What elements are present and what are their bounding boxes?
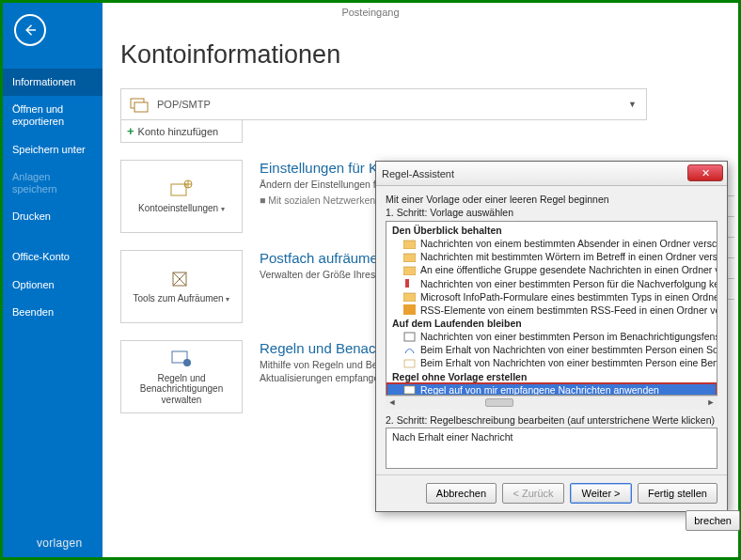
svg-rect-8 <box>403 254 416 262</box>
svg-rect-13 <box>404 360 415 367</box>
settings-icon <box>169 179 194 199</box>
back-button-dlg: < Zurück <box>502 483 564 504</box>
app-window: Posteingang Informationen Öffnen und exp… <box>0 0 741 560</box>
tile-regeln[interactable]: Regeln und Benachrichtigungen verwalten <box>120 340 243 413</box>
svg-rect-9 <box>403 267 416 275</box>
svg-rect-10 <box>403 293 416 302</box>
cancel-button[interactable]: Abbrechen <box>426 483 497 504</box>
sidebar-nav: Informationen Öffnen und exportieren Spe… <box>3 69 102 326</box>
list-item[interactable]: Beim Erhalt von Nachrichten von einer be… <box>386 356 717 369</box>
finish-button[interactable]: Fertig stellen <box>638 483 717 504</box>
add-account-button[interactable]: + Konto hinzufügen <box>120 120 243 143</box>
rule-description-text: Nach Erhalt einer Nachricht <box>392 431 512 443</box>
list-item[interactable]: RSS-Elemente von einem bestimmten RSS-Fe… <box>386 303 717 317</box>
sidebar-item-drucken[interactable]: Drucken <box>3 203 102 230</box>
list-item[interactable]: Nachrichten von einem bestimmten Absende… <box>386 237 717 250</box>
chevron-down-icon: ▼ <box>628 100 637 109</box>
dialog-title: Regel-Assistent <box>382 168 454 179</box>
svg-rect-2 <box>171 184 186 195</box>
sidebar-item-beenden[interactable]: Beenden <box>3 299 102 326</box>
scroll-right-icon[interactable]: ► <box>705 397 717 408</box>
partial-button[interactable]: brechen <box>686 510 740 531</box>
sidebar-item-informationen[interactable]: Informationen <box>3 69 102 96</box>
chevron-down-icon: ▾ <box>221 205 225 213</box>
svg-rect-11 <box>403 304 416 315</box>
list-item-selected[interactable]: Regel auf von mir empfangene Nachrichten… <box>386 383 717 396</box>
dialog-intro: Mit einer Vorlage oder einer leeren Rege… <box>386 194 717 205</box>
list-item[interactable]: Nachrichten von einer bestimmten Person … <box>386 330 717 343</box>
svg-rect-7 <box>403 241 416 249</box>
sidebar-item-anlagen: Anlagen speichern <box>3 163 102 203</box>
list-item[interactable]: An eine öffentliche Gruppe gesendete Nac… <box>386 263 717 276</box>
svg-rect-12 <box>404 333 415 341</box>
close-icon: ✕ <box>702 167 710 179</box>
rules-icon <box>169 349 194 369</box>
dialog-step2: 2. Schritt: Regelbeschreibung bearbeiten… <box>386 414 717 426</box>
scroll-thumb[interactable] <box>485 398 513 407</box>
sidebar-item-oeffnen[interactable]: Öffnen und exportieren <box>3 96 102 135</box>
dialog-button-row: Abbrechen < Zurück Weiter > Fertig stell… <box>376 474 727 511</box>
svg-point-6 <box>183 359 191 366</box>
dialog-body: Mit einer Vorlage oder einer leeren Rege… <box>376 186 727 474</box>
arrow-left-icon <box>22 22 39 39</box>
svg-rect-1 <box>134 102 148 112</box>
sidebar: Informationen Öffnen und exportieren Spe… <box>3 3 102 557</box>
horizontal-scrollbar[interactable]: ◄ ► <box>386 396 717 409</box>
close-button[interactable]: ✕ <box>687 164 723 181</box>
chevron-down-icon: ▾ <box>226 295 229 303</box>
sidebar-item-office-konto[interactable]: Office-Konto <box>3 243 102 271</box>
tile-kontoeinstellungen[interactable]: Kontoeinstellungen ▾ <box>120 160 243 233</box>
sidebar-item-optionen[interactable]: Optionen <box>3 272 102 299</box>
list-group-header: Regel ohne Vorlage erstellen <box>386 370 717 383</box>
account-icon <box>129 94 150 115</box>
list-group-header: Den Überblick behalten <box>386 224 717 237</box>
svg-rect-14 <box>404 386 415 394</box>
window-header: Posteingang <box>3 3 738 22</box>
cleanup-icon <box>169 269 194 289</box>
watermark-text: vorlagen <box>37 537 82 550</box>
account-selector[interactable]: POP/SMTP ▼ <box>120 88 647 120</box>
add-account-label: Konto hinzufügen <box>138 126 219 137</box>
rule-description-box[interactable]: Nach Erhalt einer Nachricht <box>386 428 717 469</box>
list-item[interactable]: Nachrichten von einer bestimmten Person … <box>386 277 717 290</box>
list-item[interactable]: Nachrichten mit bestimmten Wörtern im Be… <box>386 250 717 263</box>
rules-wizard-dialog: Regel-Assistent ✕ Mit einer Vorlage oder… <box>375 161 728 512</box>
dialog-step1: 1. Schritt: Vorlage auswählen <box>386 207 717 218</box>
tile-tools-aufraeumen[interactable]: Tools zum Aufräumen ▾ <box>120 250 243 323</box>
list-item[interactable]: Microsoft InfoPath-Formulare eines besti… <box>386 290 717 303</box>
scroll-left-icon[interactable]: ◄ <box>386 397 398 408</box>
dialog-titlebar[interactable]: Regel-Assistent ✕ <box>376 162 727 186</box>
back-button[interactable] <box>14 14 46 46</box>
list-item[interactable]: Beim Erhalt von Nachrichten von einer be… <box>386 343 717 356</box>
inbox-label: Posteingang <box>341 7 399 18</box>
list-group-header: Auf dem Laufenden bleiben <box>386 317 717 330</box>
sidebar-item-speichern-unter[interactable]: Speichern unter <box>3 136 102 163</box>
page-title: Kontoinformationen <box>120 40 727 70</box>
account-type-label: POP/SMTP <box>157 99 211 110</box>
plus-icon: + <box>127 124 134 138</box>
next-button[interactable]: Weiter > <box>570 483 632 504</box>
template-listbox[interactable]: Den Überblick behalten Nachrichten von e… <box>386 221 717 396</box>
